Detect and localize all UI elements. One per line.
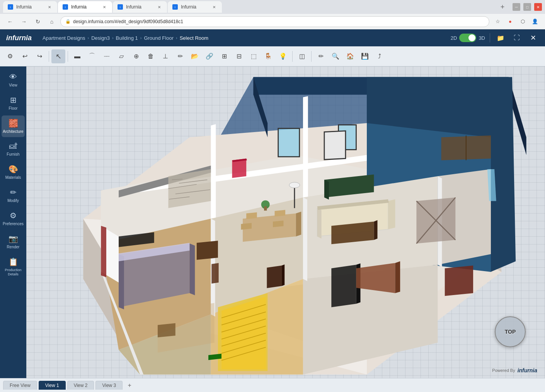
folder-tool[interactable]: 📂 — [188, 49, 202, 63]
sidebar-item-preferences[interactable]: ⚙ Preferences — [2, 208, 25, 229]
sidebar: 👁 View ⊞ Floor 🧱 Architecture 🛋 Furnish … — [0, 66, 26, 378]
fullscreen-button[interactable]: ⛶ — [511, 32, 523, 44]
breadcrumb-building1[interactable]: Building 1 — [116, 35, 138, 41]
architecture-icon: 🧱 — [9, 119, 18, 128]
back-button[interactable]: ← — [5, 16, 15, 27]
svg-marker-56 — [267, 265, 282, 288]
breadcrumb-select-room: Select Room — [180, 35, 208, 41]
minimize-button[interactable]: ─ — [513, 3, 520, 11]
bookmark-button[interactable]: ☆ — [492, 16, 503, 27]
redo-tool[interactable]: ↪ — [32, 49, 46, 63]
folder-header-button[interactable]: 📁 — [495, 32, 506, 44]
extensions-button[interactable]: ⬡ — [517, 16, 528, 27]
svg-marker-38 — [317, 208, 322, 239]
layers2-tool[interactable]: ◫ — [295, 49, 309, 63]
browser-tab-tab4[interactable]: i Infurnia ✕ — [168, 1, 222, 13]
svg-marker-51 — [119, 254, 124, 309]
opera-button[interactable]: ● — [505, 16, 516, 27]
delete-tool[interactable]: 🗑 — [144, 49, 158, 63]
sidebar-item-modify[interactable]: ✏ Modify — [2, 185, 25, 206]
tab-close-button[interactable]: ✕ — [211, 4, 217, 10]
add-view-button[interactable]: + — [124, 380, 135, 391]
lock-icon: 🔒 — [65, 19, 71, 24]
rect-tool[interactable]: ▱ — [114, 49, 128, 63]
home-nav-button[interactable]: ⌂ — [46, 16, 57, 27]
new-tab-button[interactable]: + — [497, 2, 508, 12]
layers-stack-tool[interactable]: ⬚ — [247, 49, 261, 63]
sidebar-production-label: ProductionDetails — [5, 268, 21, 277]
sidebar-item-architecture[interactable]: 🧱 Architecture — [2, 115, 25, 137]
browser-tab-tab2[interactable]: i Infurnia ✕ — [58, 1, 112, 13]
floor-icon: ⊞ — [10, 95, 17, 105]
maximize-button[interactable]: □ — [523, 3, 531, 11]
arc-tool[interactable]: ⌒ — [85, 49, 99, 63]
home-tool[interactable]: 🏠 — [343, 49, 357, 63]
compass-circle: TOP — [495, 316, 526, 347]
profile-button[interactable]: 👤 — [530, 16, 540, 27]
cursor-tool[interactable]: ↖ — [51, 49, 65, 63]
height-tool[interactable]: ⊥ — [158, 49, 172, 63]
app: infurnia Apartment Designs › Design3 › B… — [0, 29, 545, 392]
tab-label: Infurnia — [181, 4, 196, 10]
view-tab-view-2[interactable]: View 2 — [67, 381, 94, 390]
address-bar[interactable]: 🔒 design.infurnia.com/#/edit_design/9df0… — [60, 16, 489, 27]
dashed-tool[interactable]: ┄┄ — [100, 49, 114, 63]
tab-close-button[interactable]: ✕ — [46, 4, 53, 10]
sidebar-item-view[interactable]: 👁 View — [2, 70, 25, 91]
share-tool[interactable]: ⤴ — [373, 49, 387, 63]
view-tab-view-1[interactable]: View 1 — [39, 381, 66, 390]
close-button[interactable]: ✕ — [534, 3, 542, 11]
wall-tool[interactable]: ▬ — [70, 49, 84, 63]
browser-tabs: i Infurnia ✕ i Infurnia ✕ i Infurnia ✕ i… — [3, 1, 496, 13]
svg-marker-48 — [241, 223, 252, 229]
sidebar-item-materials[interactable]: 🎨 Materials — [2, 161, 25, 183]
tab-label: Infurnia — [126, 4, 141, 10]
breadcrumb-ground-floor[interactable]: Ground Floor — [144, 35, 174, 41]
tab-close-button[interactable]: ✕ — [156, 4, 162, 10]
sidebar-architecture-label: Architecture — [3, 129, 23, 134]
link-tool[interactable]: 🔗 — [203, 49, 216, 63]
save-tool[interactable]: 💾 — [358, 49, 372, 63]
sidebar-item-floor[interactable]: ⊞ Floor — [2, 92, 25, 114]
sidebar-item-render[interactable]: 📷 Render — [2, 231, 25, 253]
breadcrumb-design3[interactable]: Design3 — [91, 35, 110, 41]
svg-rect-31 — [278, 128, 300, 156]
browser-tab-tab1[interactable]: i Infurnia ✕ — [3, 1, 57, 13]
lamp-tool[interactable]: 💡 — [276, 49, 290, 63]
pencil-tool[interactable]: ✏ — [314, 49, 328, 63]
browser-nav: ← → ↻ ⌂ 🔒 design.infurnia.com/#/edit_des… — [0, 14, 545, 29]
grid-tool[interactable]: ⊞ — [217, 49, 231, 63]
chair-tool[interactable]: 🪑 — [261, 49, 275, 63]
svg-marker-73 — [445, 265, 473, 296]
search-tool[interactable]: 🔍 — [329, 49, 342, 63]
toolbar-sep-1 — [49, 51, 49, 62]
undo-tool[interactable]: ↩ — [18, 49, 32, 63]
view-tab-view-3[interactable]: View 3 — [95, 381, 123, 390]
bottom-tabs: Free ViewView 1View 2View 3+ — [0, 378, 545, 392]
furnish-icon: 🛋 — [9, 142, 17, 151]
tab-favicon: i — [118, 4, 123, 10]
sidebar-preferences-label: Preferences — [3, 222, 24, 226]
sidebar-view-label: View — [9, 83, 17, 88]
paint-tool[interactable]: ✏ — [173, 49, 187, 63]
header-right: 2D 3D 📁 ⛶ ✕ — [451, 32, 539, 44]
browser-tab-tab3[interactable]: i Infurnia ✕ — [113, 1, 167, 13]
pattern-tool[interactable]: ⊟ — [232, 49, 246, 63]
app-close-button[interactable]: ✕ — [527, 32, 539, 44]
tab-label: Infurnia — [16, 4, 32, 10]
forward-button[interactable]: → — [19, 16, 29, 27]
toggle-switch[interactable] — [459, 34, 476, 42]
view-tab-free-view[interactable]: Free View — [3, 381, 37, 390]
sidebar-item-furnish[interactable]: 🛋 Furnish — [2, 139, 25, 160]
move-tool[interactable]: ⊕ — [129, 49, 143, 63]
tab-close-button[interactable]: ✕ — [101, 4, 107, 10]
svg-marker-43 — [324, 180, 329, 199]
breadcrumb-sep-4: › — [176, 36, 177, 40]
canvas-area[interactable]: TOP Powered By infurnia — [26, 66, 545, 378]
sidebar-item-production[interactable]: 📋 ProductionDetails — [2, 254, 25, 280]
reload-button[interactable]: ↻ — [32, 16, 43, 27]
production-icon: 📋 — [9, 257, 18, 266]
breadcrumb-apartment-designs[interactable]: Apartment Designs — [43, 35, 85, 41]
settings-tool[interactable]: ⚙ — [3, 49, 17, 63]
sidebar-furnish-label: Furnish — [7, 152, 19, 157]
